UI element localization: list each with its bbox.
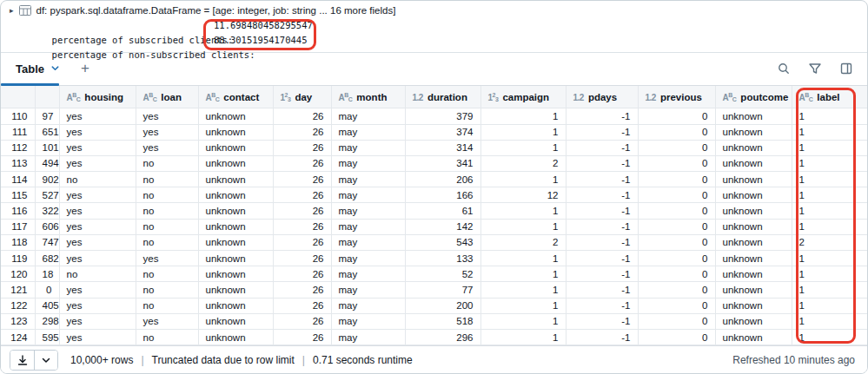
table-cell: unknown <box>715 140 792 155</box>
table-cell: 1 <box>792 108 867 124</box>
search-icon[interactable] <box>773 58 794 79</box>
column-label: housing <box>84 92 123 102</box>
table-cell: no <box>136 329 198 344</box>
table-cell: yes <box>59 155 136 171</box>
table-cell: 595 <box>35 329 59 344</box>
column-header-month[interactable]: ABCmonth <box>331 86 405 108</box>
table-cell: 0 <box>638 313 715 329</box>
row-index-cell: 111 <box>1 124 35 140</box>
download-icon[interactable] <box>10 351 34 370</box>
table-cell: yes <box>59 298 136 313</box>
table-cell: 902 <box>35 172 59 187</box>
column-header-housing[interactable]: ABChousing <box>59 86 136 108</box>
table-cell: 26 <box>273 313 331 329</box>
table-cell: 1 <box>792 124 867 140</box>
table-footer-bar: 10,000+ rows | Truncated data due to row… <box>1 345 867 373</box>
stdout-line: percentage of non-subscribed clients: 88… <box>8 33 867 48</box>
row-index-cell: 114 <box>1 172 35 187</box>
disclosure-triangle-icon[interactable]: ▸ <box>10 7 14 15</box>
column-header-pdays[interactable]: 1.2pdays <box>566 86 638 108</box>
table-cell: 0 <box>638 108 715 124</box>
table-row: 1210yesnounknown26may771-10unknown1 <box>1 282 867 298</box>
table-cell: 543 <box>405 234 480 250</box>
table-cell: 1 <box>480 124 566 140</box>
table-row: 116322yesnounknown26may611-10unknown1 <box>1 203 867 219</box>
column-header-contact[interactable]: ABCcontact <box>198 86 273 108</box>
column-label: pdays <box>588 92 617 102</box>
table-cell: 26 <box>273 187 331 203</box>
columns-panel-icon[interactable] <box>836 58 857 79</box>
table-cell: unknown <box>715 234 792 250</box>
column-header-blank <box>1 86 35 108</box>
table-cell: 0 <box>638 203 715 219</box>
table-cell: unknown <box>198 313 273 329</box>
table-row: 117606yesnounknown26may1421-10unknown1 <box>1 219 867 234</box>
table-cell: -1 <box>566 251 638 266</box>
row-index-cell: 124 <box>1 329 35 344</box>
table-cell: no <box>136 266 198 282</box>
table-cell: 0 <box>638 219 715 234</box>
table-cell: no <box>136 234 198 250</box>
table-cell: -1 <box>566 282 638 298</box>
column-label: loan <box>161 92 182 102</box>
column-header-day[interactable]: 123day <box>273 86 331 108</box>
table-header-row: ABChousingABCloanABCcontact123dayABCmont… <box>1 86 867 108</box>
column-label: month <box>356 92 387 102</box>
table-cell: yes <box>136 140 198 155</box>
column-header-poutcome[interactable]: ABCpoutcome <box>715 86 792 108</box>
data-table: ABChousingABCloanABCcontact123dayABCmont… <box>1 86 868 345</box>
filter-icon[interactable] <box>805 58 825 79</box>
table-cell: 298 <box>35 313 59 329</box>
table-row: 119682yesyesunknown26may1331-10unknown1 <box>1 251 867 266</box>
table-cell: yes <box>59 124 136 140</box>
table-cell: may <box>331 234 405 250</box>
string-type-icon: ABC <box>799 93 813 102</box>
table-cell: may <box>331 124 405 140</box>
table-cell: yes <box>59 282 136 298</box>
table-cell: 1 <box>480 172 566 187</box>
column-header-loan[interactable]: ABCloan <box>136 86 198 108</box>
table-cell: 200 <box>405 298 480 313</box>
table-cell: 1 <box>792 251 867 266</box>
decimal-type-icon: 1.2 <box>573 93 584 102</box>
table-cell: may <box>331 313 405 329</box>
column-header-campaign[interactable]: 123campaign <box>480 86 566 108</box>
table-row: 114902nonounknown26may2061-10unknown1 <box>1 172 867 187</box>
table-cell: unknown <box>715 282 792 298</box>
int-type-icon: 123 <box>488 93 499 102</box>
table-cell: -1 <box>566 172 638 187</box>
table-row: 111651yesyesunknown26may3741-10unknown1 <box>1 124 867 140</box>
table-cell: no <box>136 282 198 298</box>
table-cell: may <box>331 329 405 344</box>
table-cell: no <box>59 172 136 187</box>
table-cell: no <box>136 203 198 219</box>
table-cell: yes <box>59 108 136 124</box>
table-cell: unknown <box>198 282 273 298</box>
column-header-label[interactable]: ABClabel <box>792 86 867 108</box>
tab-table[interactable]: Table <box>1 53 72 85</box>
table-cell: 26 <box>273 251 331 266</box>
column-header-previous[interactable]: 1.2previous <box>638 86 715 108</box>
table-cell: unknown <box>198 155 273 171</box>
table-row: 123298yesyesunknown26may5181-10unknown1 <box>1 313 867 329</box>
table-cell: unknown <box>198 172 273 187</box>
column-header-duration[interactable]: 1.2duration <box>405 86 480 108</box>
table-cell: 0 <box>638 172 715 187</box>
chevron-down-icon[interactable] <box>50 61 60 76</box>
table-cell: 26 <box>273 172 331 187</box>
column-label: day <box>295 92 312 102</box>
table-cell: -1 <box>566 155 638 171</box>
column-label: poutcome <box>740 92 788 102</box>
table-cell: -1 <box>566 329 638 344</box>
string-type-icon: ABC <box>206 93 220 102</box>
table-cell: yes <box>59 187 136 203</box>
table-cell: -1 <box>566 124 638 140</box>
table-cell: 1 <box>480 140 566 155</box>
table-cell: unknown <box>198 187 273 203</box>
table-cell: no <box>59 266 136 282</box>
download-options-chevron-icon[interactable] <box>34 351 57 370</box>
table-cell: 26 <box>273 155 331 171</box>
add-visualization-button[interactable]: + <box>72 60 98 77</box>
table-cell: unknown <box>715 219 792 234</box>
table-cell: 1 <box>792 329 867 344</box>
